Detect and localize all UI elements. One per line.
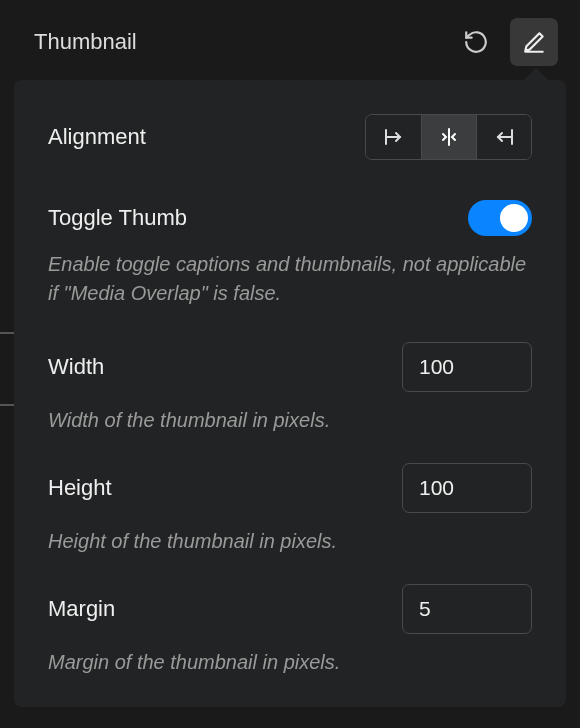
toggle-thumb-label: Toggle Thumb [48,205,187,231]
align-center-icon [437,127,461,147]
margin-section: Margin Margin of the thumbnail in pixels… [48,584,532,677]
height-row: Height [48,463,532,513]
align-left-button[interactable] [366,115,421,159]
height-label: Height [48,475,112,501]
toggle-thumb-row: Toggle Thumb [48,200,532,236]
settings-panel: Alignment [14,80,566,707]
width-section: Width Width of the thumbnail in pixels. [48,342,532,435]
height-helper: Height of the thumbnail in pixels. [48,527,532,556]
align-right-button[interactable] [476,115,531,159]
alignment-segmented [365,114,532,160]
align-left-icon [382,127,406,147]
toggle-thumb-helper: Enable toggle captions and thumbnails, n… [48,250,532,308]
panel-header: Thumbnail [0,0,580,80]
edit-button[interactable] [510,18,558,66]
height-input[interactable] [402,463,532,513]
header-actions [452,18,558,66]
toggle-knob [500,204,528,232]
width-input[interactable] [402,342,532,392]
height-section: Height Height of the thumbnail in pixels… [48,463,532,556]
reset-icon [463,29,489,55]
panel-title: Thumbnail [34,29,137,55]
alignment-label: Alignment [48,124,146,150]
margin-row: Margin [48,584,532,634]
reset-button[interactable] [452,18,500,66]
width-helper: Width of the thumbnail in pixels. [48,406,532,435]
width-label: Width [48,354,104,380]
margin-input[interactable] [402,584,532,634]
pencil-icon [521,29,547,55]
align-center-button[interactable] [421,115,476,159]
alignment-row: Alignment [48,114,532,160]
toggle-thumb-switch[interactable] [468,200,532,236]
margin-label: Margin [48,596,115,622]
align-right-icon [492,127,516,147]
margin-helper: Margin of the thumbnail in pixels. [48,648,532,677]
width-row: Width [48,342,532,392]
